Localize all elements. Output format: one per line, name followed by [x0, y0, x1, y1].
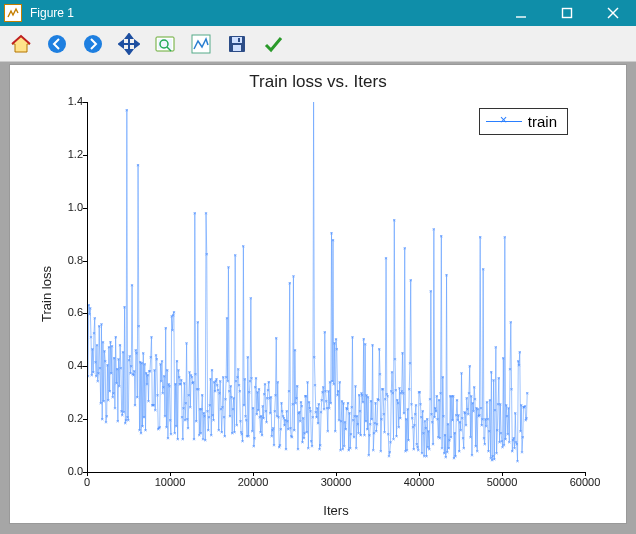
svg-line-845 — [395, 359, 396, 391]
svg-line-887 — [411, 280, 412, 404]
svg-line-645 — [320, 412, 321, 445]
y-tick-label: 0.4 — [47, 359, 83, 371]
zoom-button[interactable] — [152, 31, 178, 57]
y-tick-label: 1.2 — [47, 148, 83, 160]
svg-line-291 — [188, 395, 189, 428]
minimize-button[interactable] — [498, 0, 544, 26]
window-title: Figure 1 — [30, 6, 498, 20]
svg-line-277 — [183, 408, 184, 439]
svg-line-1103 — [491, 372, 492, 461]
y-tick-label: 0.8 — [47, 254, 83, 266]
svg-line-821 — [386, 258, 387, 394]
svg-line-679 — [333, 240, 334, 384]
svg-line-843 — [394, 220, 395, 359]
axes: ××××××××××××××××××××××××××××××××××××××××… — [87, 102, 586, 473]
svg-line-337 — [205, 213, 206, 440]
y-tick-label: 0.6 — [47, 306, 83, 318]
svg-line-37 — [93, 333, 94, 372]
zoom-icon — [154, 33, 176, 55]
svg-line-141 — [132, 285, 133, 373]
home-icon — [10, 33, 32, 55]
svg-line-253 — [174, 312, 175, 433]
svg-marker-11 — [119, 41, 123, 47]
svg-line-603 — [305, 396, 306, 433]
svg-rect-19 — [232, 37, 242, 43]
svg-line-627 — [314, 102, 315, 357]
svg-line-973 — [443, 377, 444, 416]
svg-line-807 — [381, 419, 382, 451]
figure-window: Figure 1 — [0, 0, 636, 534]
svg-line-573 — [293, 276, 294, 430]
svg-line-453 — [249, 392, 250, 435]
x-tick-label: 30000 — [313, 476, 359, 488]
svg-line-685 — [335, 339, 336, 431]
x-tick-label: 60000 — [562, 476, 608, 488]
svg-line-127 — [127, 110, 128, 418]
svg-line-657 — [325, 332, 326, 391]
chart-title: Train loss vs. Iters — [9, 72, 627, 92]
svg-line-207 — [157, 359, 158, 395]
svg-text:×: × — [525, 390, 529, 396]
svg-line-399 — [228, 267, 229, 391]
svg-line-41 — [95, 318, 96, 362]
svg-line-697 — [340, 382, 341, 450]
customize-button[interactable] — [260, 31, 286, 57]
svg-line-1127 — [500, 404, 501, 433]
svg-line-443 — [245, 379, 246, 416]
subplots-icon — [190, 33, 212, 55]
x-axis-label: Iters — [87, 503, 585, 518]
svg-line-121 — [125, 307, 126, 424]
svg-line-241 — [169, 386, 170, 419]
toolbar — [0, 26, 636, 62]
svg-point-5 — [48, 35, 66, 53]
svg-line-287 — [187, 343, 188, 419]
forward-button[interactable] — [80, 31, 106, 57]
svg-marker-9 — [126, 34, 132, 38]
x-tick-label: 10000 — [147, 476, 193, 488]
svg-line-881 — [408, 389, 409, 440]
window-controls — [498, 0, 636, 26]
svg-line-765 — [365, 344, 366, 421]
close-button[interactable] — [590, 0, 636, 26]
arrow-left-icon — [46, 33, 68, 55]
home-button[interactable] — [8, 31, 34, 57]
figure-canvas[interactable]: Train loss vs. Iters Train loss Iters ××… — [9, 64, 627, 524]
svg-line-1139 — [505, 237, 506, 439]
back-button[interactable] — [44, 31, 70, 57]
svg-line-341 — [207, 254, 208, 411]
save-icon — [226, 33, 248, 55]
svg-line-157 — [138, 165, 139, 326]
svg-line-203 — [155, 355, 156, 409]
svg-line-1151 — [509, 369, 510, 442]
maximize-button[interactable] — [544, 0, 590, 26]
svg-rect-20 — [233, 45, 241, 51]
pan-button[interactable] — [116, 31, 142, 57]
svg-line-527 — [276, 338, 277, 416]
svg-line-111 — [121, 368, 122, 411]
svg-line-825 — [388, 396, 389, 434]
svg-line-1001 — [453, 396, 454, 459]
x-tick-label: 40000 — [396, 476, 442, 488]
svg-line-865 — [402, 353, 403, 394]
svg-line-817 — [385, 399, 386, 431]
arrow-right-icon — [82, 33, 104, 55]
legend-marker — [486, 121, 522, 122]
svg-line-1073 — [480, 237, 481, 408]
svg-line-313 — [196, 389, 197, 421]
legend: train — [479, 108, 568, 135]
svg-marker-12 — [135, 41, 139, 47]
svg-rect-1 — [563, 9, 572, 18]
subplots-button[interactable] — [188, 31, 214, 57]
svg-line-317 — [198, 322, 199, 388]
svg-line-1183 — [521, 405, 522, 451]
line-series: ××××××××××××××××××××××××××××××××××××××××… — [88, 102, 586, 472]
x-tick-label: 0 — [64, 476, 110, 488]
svg-line-417 — [235, 255, 236, 381]
svg-line-459 — [251, 298, 252, 377]
y-tick-label: 1.0 — [47, 201, 83, 213]
save-button[interactable] — [224, 31, 250, 57]
move-icon — [118, 33, 140, 55]
svg-rect-21 — [238, 38, 240, 42]
figure-canvas-area: Train loss vs. Iters Train loss Iters ××… — [0, 62, 636, 534]
svg-marker-4 — [12, 36, 30, 52]
